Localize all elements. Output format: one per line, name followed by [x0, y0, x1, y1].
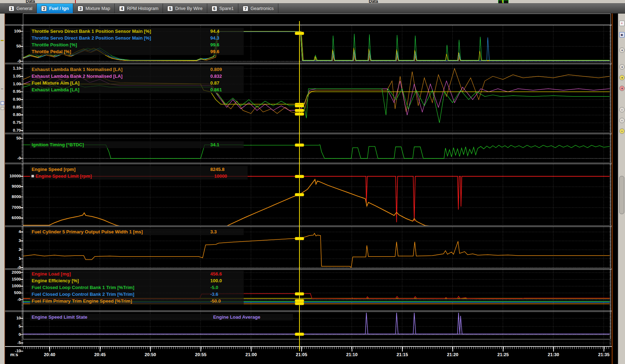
y-tick-mark: [20, 107, 23, 108]
flag-yellow-icon[interactable]: •: [619, 128, 625, 134]
nav-prev-icon[interactable]: ◂: [619, 64, 625, 70]
red-marker: [75, 0, 76, 3]
plot-area-ignition[interactable]: [23, 134, 610, 163]
legend-row-throttle-pedal-[interactable]: Throttle Pedal [%]99.6: [30, 48, 244, 55]
cursor-value-marker[interactable]: [295, 237, 304, 240]
cursor-value-marker[interactable]: [295, 32, 304, 35]
plot-area-spacer-strip[interactable]: [23, 21, 610, 24]
legend-row-exhaust-lambda-bank-1-normalised-la-[interactable]: Exhaust Lambda Bank 1 Normalised [LA]0.8…: [30, 66, 244, 73]
legend-row-ignition-timing-btdc-[interactable]: Ignition Timing [°BTDC]34.1: [30, 141, 244, 148]
y-tick-label: 5: [5, 324, 21, 328]
cursor-value-marker[interactable]: [295, 302, 304, 305]
legend-row-engine-speed-limit-rpm-[interactable]: Engine Speed Limit [rpm]10000: [30, 173, 248, 180]
minor-ticks-right: [610, 164, 611, 226]
time-tick-label: 21:35: [598, 352, 610, 357]
cursor-value-marker[interactable]: [295, 333, 304, 336]
legend-row-throttle-servo-direct-bank-2-position-se[interactable]: Throttle Servo Direct Bank 2 Position Se…: [30, 35, 244, 41]
tab-spare1[interactable]: 6Spare1: [207, 4, 238, 13]
legend-row-engine-load-mg-[interactable]: Engine Load [mg]456.6: [30, 271, 244, 277]
tab-label: Drive By Wire: [175, 6, 202, 11]
minor-ticks-left: [21, 312, 23, 346]
cursor-value-marker[interactable]: [295, 193, 304, 196]
report-icon[interactable]: ≡: [619, 21, 625, 26]
y-tick-mark: [20, 286, 23, 287]
nav-prev-icon[interactable]: ◂: [619, 47, 625, 53]
time-tick-mark: [301, 347, 302, 352]
nav-circle-icon[interactable]: •: [619, 107, 625, 112]
time-tick-label: 20:40: [44, 352, 55, 357]
legend-row-exhaust-lambda-la-[interactable]: Exhaust Lambda [LA]0.861: [30, 86, 244, 93]
window-icon[interactable]: ▣: [619, 32, 625, 37]
cursor-value-marker[interactable]: [295, 175, 304, 178]
legend-row-engine-speed-rpm-[interactable]: Engine Speed [rpm]8245.8: [30, 166, 248, 173]
legend-row-throttle-servo-direct-bank-1-position-se[interactable]: Throttle Servo Direct Bank 1 Position Se…: [30, 28, 244, 35]
y-tick-mark: [20, 318, 23, 319]
y-tick-mark: [20, 267, 23, 268]
window-title-strip: Data Data: [0, 0, 625, 4]
y-tick-mark: [20, 249, 23, 250]
tab-general[interactable]: 1General: [4, 4, 37, 13]
y-tick-label: 1: [5, 256, 21, 261]
legend-row-fuel-mixture-aim-la-[interactable]: Fuel Mixture Aim [LA]0.87: [30, 80, 244, 86]
left-dock-button[interactable]: [1, 107, 4, 110]
legend-row-fuel-closed-loop-control-bank-1-trim-tri[interactable]: Fuel Closed Loop Control Bank 1 Trim [%T…: [30, 284, 244, 291]
tab-number-badge: 7: [243, 6, 248, 11]
scrollbar-thumb[interactable]: [619, 176, 624, 214]
y-tick-mark: [20, 68, 23, 69]
y-tick-label: 100: [5, 29, 21, 33]
nav-circle-icon[interactable]: •: [619, 118, 625, 123]
cursor-value-marker[interactable]: [295, 109, 304, 112]
graph-panel-throttle[interactable]: 10050-0Throttle Servo Direct Bank 1 Posi…: [5, 26, 612, 63]
tab-number-badge: 6: [212, 6, 217, 11]
time-tick-label: 21:00: [245, 352, 257, 357]
tab-geartronics[interactable]: 7Geartronics: [238, 4, 278, 13]
y-tick-label: 7000: [5, 205, 21, 209]
cursor-value-marker[interactable]: [295, 143, 304, 147]
legend-row-fuel-film-primary-trim-engine-speed-trim[interactable]: Fuel Film Primary Trim Engine Speed [%Tr…: [30, 298, 244, 304]
y-tick-label: -10: [5, 349, 21, 353]
y-tick-label: 4: [5, 229, 21, 234]
flag-yellow-icon[interactable]: ◂: [619, 75, 625, 80]
tab-label: RPM Histogram: [127, 6, 158, 11]
legend-label: Fuel Film Primary Trim Engine Speed [%Tr…: [31, 298, 210, 304]
cursor-value-marker[interactable]: [295, 292, 304, 295]
legend-row-fuel-cylinder-5-primary-output-pulse-wid[interactable]: Fuel Cylinder 5 Primary Output Pulse Wid…: [30, 228, 244, 235]
legend-value: -5.0: [210, 285, 242, 290]
minor-ticks-right: [610, 26, 611, 63]
graph-panel-fuel-pulse-width[interactable]: 4321-0Fuel Cylinder 5 Primary Output Pul…: [5, 227, 612, 268]
time-axis[interactable]: m:s20:4020:4520:5020:5521:0021:0521:1021…: [5, 346, 612, 360]
tab-drive-by-wire[interactable]: 5Drive By Wire: [163, 4, 207, 13]
legend-row-engine-efficiency-[interactable]: Engine Efficiency [%]100.0: [30, 277, 244, 284]
y-tick-label: -5: [5, 340, 21, 345]
legend-row-engine-load-average[interactable]: Engine Load Average: [212, 314, 293, 320]
left-dock-button[interactable]: [1, 101, 4, 105]
y-tick-mark: [20, 218, 23, 218]
graph-panel-engine-load[interactable]: 200015001000500-0Engine Load [mg]456.6En…: [5, 270, 612, 310]
legend-label: Throttle Servo Direct Bank 1 Position Se…: [31, 29, 210, 34]
flag-red-icon[interactable]: ◂: [619, 86, 625, 91]
tab-fuel-ign[interactable]: 2Fuel / Ign: [37, 4, 73, 13]
legend-row-throttle-position-[interactable]: Throttle Position [%]99.6: [30, 41, 244, 48]
cursor-value-marker[interactable]: [295, 104, 304, 107]
graph-panel-engine-speed[interactable]: 100009000800070006000Engine Speed [rpm]8…: [5, 164, 612, 226]
graph-panel-limit-state[interactable]: 1050-5-10Engine Speed Limit StateEngine …: [5, 312, 612, 346]
y-tick-label: 2: [5, 247, 21, 252]
legend-row-fuel-closed-loop-control-bank-2-trim-tri[interactable]: Fuel Closed Loop Control Bank 2 Trim [%T…: [30, 291, 244, 298]
graph-panel-lambda[interactable]: 1.101.051.000.950.900.850.800.750.70Exha…: [5, 64, 612, 133]
tab-label: Mixture Map: [85, 6, 110, 11]
legend-value: 99.6: [210, 49, 242, 54]
tab-mixture-map[interactable]: 3Mixture Map: [73, 4, 115, 13]
graph-panel-spacer-strip[interactable]: [5, 21, 612, 24]
graph-panel-ignition[interactable]: 50-0Ignition Timing [°BTDC]34.1: [5, 134, 612, 163]
time-tick-mark: [452, 347, 453, 352]
data-graph-window[interactable]: 10050-0Throttle Servo Direct Bank 1 Posi…: [5, 14, 612, 364]
tab-label: Spare1: [219, 6, 234, 11]
tab-rpm-histogram[interactable]: 4RPM Histogram: [115, 4, 163, 13]
cursor-value-marker[interactable]: [295, 112, 304, 116]
legend-label: Engine Speed [rpm]: [31, 167, 210, 172]
y-tick-mark: [20, 158, 23, 159]
y-tick-label: -0: [5, 156, 21, 160]
y-tick-label: 8000: [5, 194, 21, 199]
legend-row-exhaust-lambda-bank-2-normalised-la-[interactable]: Exhaust Lambda Bank 2 Normalised [LA]0.8…: [30, 73, 244, 80]
time-tick-label: 21:20: [447, 352, 458, 357]
